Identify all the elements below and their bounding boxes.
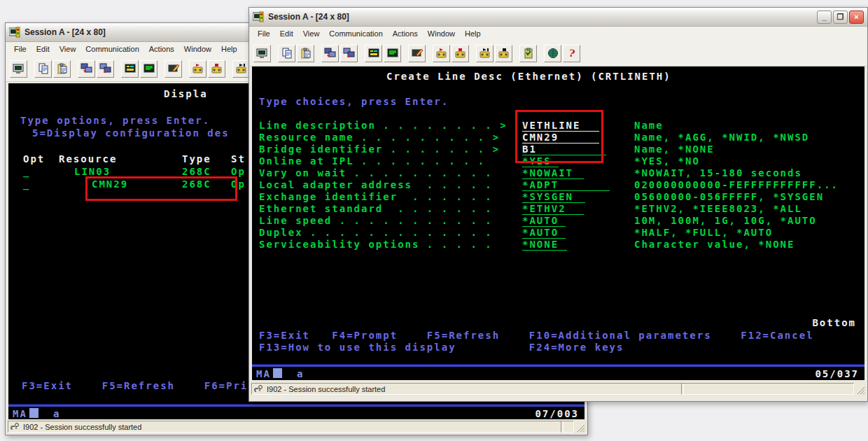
opt-input-field[interactable]: _	[23, 166, 30, 178]
form-row: Exchange identifier . . . . . . *SYSGEN …	[252, 191, 864, 203]
send-file-button[interactable]	[78, 60, 95, 78]
statusbar-extra-panel	[561, 421, 574, 433]
online-at-ipl-input[interactable]: *YES	[522, 155, 559, 167]
paste-button[interactable]	[53, 60, 71, 78]
paste-icon	[57, 63, 68, 74]
menu-edit[interactable]: Edit	[31, 43, 55, 55]
record-macro-button[interactable]	[189, 60, 206, 78]
desktop: { "shared": { "menu": ["File", "Edit", "…	[0, 0, 868, 441]
copy-button[interactable]	[34, 60, 52, 78]
menu-help[interactable]: Help	[216, 43, 242, 55]
menu-view[interactable]: View	[298, 28, 325, 39]
color-setup-button[interactable]	[140, 60, 158, 78]
statusbar-message-panel: I902 - Session successfully started	[8, 421, 564, 433]
field-label: Local adapter address . . . . .	[259, 179, 493, 191]
front-oia-line: MA a 05/037	[252, 367, 864, 380]
front-statusbar: I902 - Session successfully started	[250, 382, 867, 396]
field-allowed-values: Name, *NONE	[634, 144, 715, 155]
stop-record-icon	[454, 48, 466, 59]
display-setup-button[interactable]	[365, 45, 382, 62]
column-header-resource: Resource	[59, 153, 117, 165]
oia-cursor-block	[273, 368, 282, 378]
field-label: Vary on wait . . . . . . . . . .	[259, 167, 493, 179]
color-setup-button[interactable]	[384, 45, 401, 62]
play-macro-button[interactable]	[476, 45, 493, 62]
field-allowed-values: 10M, 100M, 1G, 10G, *AUTO	[634, 215, 817, 227]
front-window-titlebar[interactable]: Session A - [24 x 80] _ ❒ ×	[249, 8, 867, 27]
paste-button[interactable]	[297, 45, 314, 62]
ethernet-standard-input[interactable]: *ETHV2	[522, 203, 584, 215]
menu-view[interactable]: View	[55, 43, 81, 55]
form-row: Online at IPL . . . . . . . . . *YES *YE…	[252, 155, 864, 167]
serviceability-options-input[interactable]: *NONE	[522, 239, 567, 251]
field-allowed-values: *HALF, *FULL, *AUTO	[634, 227, 773, 239]
new-session-button[interactable]	[253, 45, 271, 62]
web-browser-button[interactable]	[544, 45, 561, 62]
statusbar-message-panel: I902 - Session successfully started	[251, 383, 684, 395]
menu-actions[interactable]: Actions	[388, 28, 423, 39]
maximize-button[interactable]: ❒	[833, 10, 848, 24]
column-header-status: St	[231, 153, 246, 165]
line-description-input[interactable]: VETHLINE	[522, 120, 599, 132]
exchange-identifier-input[interactable]: *SYSGEN	[522, 191, 585, 203]
vary-on-wait-input[interactable]: *NOWAIT	[522, 167, 584, 179]
menu-communication[interactable]: Communication	[324, 28, 387, 39]
resize-grip[interactable]	[576, 424, 585, 433]
front-toolbar: ?	[250, 41, 867, 66]
menu-help[interactable]: Help	[460, 28, 486, 39]
field-label: Duplex . . . . . . . . . . . . .	[259, 227, 493, 239]
menu-file[interactable]: File	[253, 28, 275, 39]
screen-prompt: Type choices, press Enter.	[259, 96, 449, 108]
record-macro-button[interactable]	[433, 45, 450, 62]
menu-communication[interactable]: Communication	[80, 43, 144, 55]
menu-actions[interactable]: Actions	[144, 43, 179, 55]
back-screen-title: Displa	[164, 88, 208, 100]
quit-macro-button[interactable]	[495, 45, 512, 62]
new-session-button[interactable]	[10, 60, 27, 78]
edit-screen-button[interactable]	[408, 45, 426, 62]
send-file-button[interactable]	[321, 45, 339, 62]
display-setup-button[interactable]	[121, 60, 139, 78]
receive-file-button[interactable]	[97, 60, 114, 78]
menu-file[interactable]: File	[9, 43, 31, 55]
menu-window[interactable]: Window	[423, 28, 460, 39]
resize-grip[interactable]	[856, 386, 865, 395]
clipboard-button[interactable]	[519, 45, 537, 62]
oia-cursor-block	[29, 408, 38, 418]
globe-icon	[547, 48, 559, 59]
opt-input-field[interactable]: _	[23, 178, 30, 190]
minimize-button[interactable]: _	[817, 10, 832, 24]
edit-screen-button[interactable]	[164, 60, 182, 78]
stop-record-button[interactable]	[208, 60, 225, 78]
receive-file-icon	[343, 48, 355, 59]
copy-button[interactable]	[278, 45, 295, 62]
edit-screen-icon	[412, 48, 423, 59]
duplex-input[interactable]: *AUTO	[522, 227, 566, 239]
send-file-icon	[324, 48, 336, 59]
menu-edit[interactable]: Edit	[275, 28, 298, 39]
line-speed-input[interactable]: *AUTO	[522, 215, 566, 227]
stop-record-button[interactable]	[451, 45, 469, 62]
field-label: Exchange identifier . . . . . .	[259, 191, 493, 203]
field-allowed-values: 020000000000-FEFFFFFFFFFF...	[634, 179, 839, 191]
statusbar-extra-panel	[681, 383, 854, 395]
form-row: Ethernet standard . . . . . . . *ETHV2 *…	[252, 203, 864, 215]
resource-name-input[interactable]: CMN29	[522, 132, 599, 144]
play-macro-button[interactable]	[232, 60, 250, 78]
new-session-icon	[13, 63, 24, 74]
field-allowed-values: Character value, *NONE	[634, 239, 794, 251]
edit-screen-icon	[168, 63, 179, 74]
local-adapter-address-input[interactable]: *ADPT	[522, 179, 610, 191]
play-macro-icon	[479, 48, 491, 59]
send-file-icon	[80, 63, 92, 74]
clipboard-icon	[523, 48, 534, 59]
menu-window[interactable]: Window	[179, 43, 216, 55]
bridge-identifier-input[interactable]: B1	[522, 144, 606, 155]
field-label: Ethernet standard . . . . . . .	[259, 203, 493, 215]
form-row: Bridge identifier . . . . . . . > B1 Nam…	[252, 144, 864, 155]
help-button[interactable]: ?	[563, 45, 580, 62]
back-oia-line: MA a 07/003	[8, 407, 584, 420]
close-button[interactable]: ×	[849, 10, 864, 24]
back-prompt-line1: Type options, press Enter.	[20, 115, 210, 127]
receive-file-button[interactable]	[340, 45, 358, 62]
